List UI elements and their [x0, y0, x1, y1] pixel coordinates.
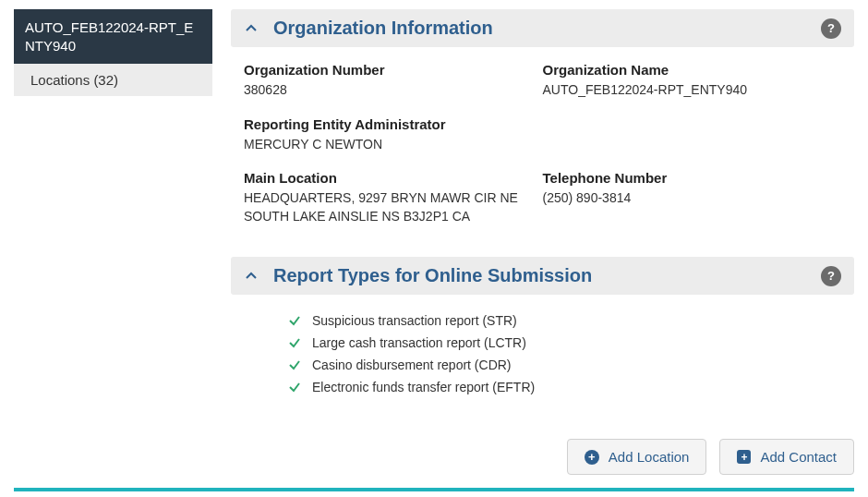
sidebar-title: AUTO_FEB122024-RPT_ENTY940 — [14, 9, 212, 64]
admin-value: MERCURY C NEWTON — [244, 136, 524, 154]
panel-report-types: Report Types for Online Submission ? Sus… — [231, 257, 854, 411]
add-location-label: Add Location — [609, 449, 690, 465]
list-item: Large cash transaction report (LCTR) — [288, 335, 841, 350]
tel-value: (250) 890-3814 — [543, 189, 824, 208]
add-location-button[interactable]: + Add Location — [567, 439, 707, 475]
check-icon — [288, 358, 301, 371]
add-contact-label: Add Contact — [760, 449, 837, 465]
panel-organization: Organization Information ? Organization … — [231, 9, 854, 238]
help-icon[interactable]: ? — [821, 18, 841, 39]
panel-header-report-types: Report Types for Online Submission ? — [231, 257, 854, 295]
bottom-accent-bar — [14, 488, 854, 491]
main-loc-value: HEADQUARTERS, 9297 BRYN MAWR CIR NE SOUT… — [244, 189, 524, 225]
add-contact-button[interactable]: + Add Contact — [719, 439, 854, 475]
report-type-label: Suspicious transaction report (STR) — [312, 313, 517, 328]
plus-square-icon: + — [737, 450, 751, 464]
org-name-value: AUTO_FEB122024-RPT_ENTY940 — [543, 81, 824, 100]
org-number-label: Organization Number — [244, 62, 524, 78]
sidebar-item-locations[interactable]: Locations (32) — [14, 64, 212, 96]
help-icon[interactable]: ? — [821, 266, 841, 286]
main-loc-label: Main Location — [244, 170, 524, 186]
report-type-label: Electronic funds transfer report (EFTR) — [312, 380, 535, 394]
check-icon — [288, 336, 301, 349]
plus-circle-icon: + — [585, 450, 599, 465]
panel-title-report-types: Report Types for Online Submission — [273, 265, 821, 286]
list-item: Casino disbursement report (CDR) — [288, 358, 841, 372]
list-item: Suspicious transaction report (STR) — [288, 313, 841, 328]
report-type-label: Large cash transaction report (LCTR) — [312, 335, 526, 350]
report-type-list: Suspicious transaction report (STR) Larg… — [244, 309, 841, 394]
org-number-value: 380628 — [244, 81, 524, 100]
panel-header-organization: Organization Information ? — [231, 9, 854, 47]
org-name-label: Organization Name — [543, 62, 824, 78]
list-item: Electronic funds transfer report (EFTR) — [288, 380, 841, 394]
panel-title-organization: Organization Information — [273, 18, 821, 39]
admin-label: Reporting Entity Administrator — [244, 116, 524, 132]
tel-label: Telephone Number — [543, 170, 824, 186]
report-type-label: Casino disbursement report (CDR) — [312, 358, 512, 372]
check-icon — [288, 381, 301, 394]
check-icon — [288, 314, 301, 327]
chevron-up-icon[interactable] — [244, 21, 259, 36]
chevron-up-icon[interactable] — [244, 269, 259, 284]
